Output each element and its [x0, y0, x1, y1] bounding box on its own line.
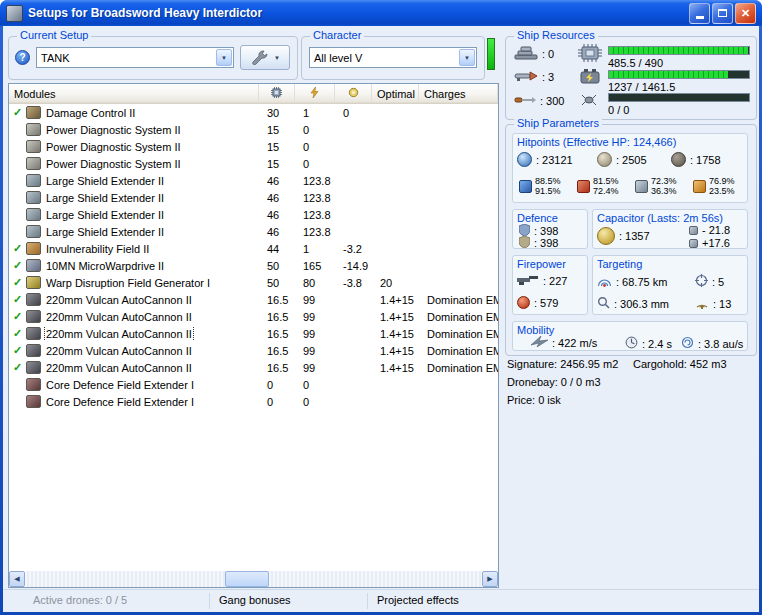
module-icon: [26, 157, 41, 170]
title-bar[interactable]: Setups for Broadsword Heavy Interdictor …: [0, 0, 762, 26]
cpu-icon: [271, 87, 282, 100]
close-button[interactable]: ✕: [735, 3, 756, 24]
table-row[interactable]: ✓Large Shield Extender II 46 123.8: [9, 189, 498, 206]
cpu-value: 46: [259, 226, 295, 238]
powergrid-column-header[interactable]: [295, 84, 335, 103]
scroll-right-button[interactable]: ▶: [482, 571, 498, 587]
setup-select-value: TANK: [37, 52, 216, 64]
table-row[interactable]: ✓Large Shield Extender II 46 123.8: [9, 223, 498, 240]
client-area: Current Setup ? TANK ▼ ▼ Character All l…: [3, 26, 759, 612]
armor-hp-value: : 2505: [616, 154, 647, 166]
cap-usage-icon: [689, 226, 698, 235]
charges-column-header[interactable]: Charges: [419, 84, 498, 103]
application-window: Setups for Broadsword Heavy Interdictor …: [0, 0, 762, 615]
module-name: Large Shield Extender II: [46, 175, 164, 187]
table-row[interactable]: ✓Large Shield Extender II 46 123.8: [9, 172, 498, 189]
cpu-column-header[interactable]: [259, 84, 295, 103]
table-row[interactable]: ✓Power Diagnostic System II 15 0: [9, 121, 498, 138]
cpu-value: 16.5: [259, 294, 295, 306]
minimize-button[interactable]: [689, 3, 710, 24]
kinetic-resist-icon: [635, 180, 648, 193]
table-row[interactable]: ✓220mm Vulcan AutoCannon II 16.5 99 1.4+…: [9, 308, 498, 325]
statusbar-divider: [367, 593, 368, 609]
optimal-column-header[interactable]: Optimal: [372, 84, 419, 103]
wrench-icon: [250, 49, 270, 67]
powergrid-value: 123.8: [295, 175, 335, 187]
dps-icon: [517, 296, 530, 309]
module-icon: [26, 327, 41, 340]
setup-select[interactable]: TANK ▼: [36, 47, 234, 68]
cpu-value: 16.5: [259, 311, 295, 323]
module-icon: [26, 259, 41, 272]
table-row[interactable]: ✓Core Defence Field Extender I 0 0: [9, 376, 498, 393]
powergrid-value: 123.8: [295, 209, 335, 221]
mobility-panel: Mobility : 422 m/s : 2.4 s : 3.8 au/s: [512, 321, 748, 351]
module-name: Power Diagnostic System II: [46, 158, 181, 170]
app-icon: [6, 5, 23, 22]
optimal-value: 1.4+15: [372, 311, 419, 323]
powergrid-value: 0: [295, 124, 335, 136]
table-row[interactable]: ✓Power Diagnostic System II 15 0: [9, 138, 498, 155]
module-icon: [26, 106, 41, 119]
capacitor-value: -3.8: [335, 277, 372, 289]
em-resist-icon: [519, 180, 532, 193]
clock-icon: [625, 336, 638, 351]
capacitor-usage: - 21.8: [689, 224, 730, 236]
cpu-bar: [608, 46, 750, 55]
table-row[interactable]: ✓220mm Vulcan AutoCannon II 16.5 99 1.4+…: [9, 342, 498, 359]
hitpoints-panel: Hitpoints (Effective HP: 124,466) : 2312…: [512, 133, 748, 203]
shield-icon: [517, 152, 532, 167]
calibration-icon: [514, 93, 536, 109]
modules-column-header[interactable]: Modules: [9, 84, 259, 103]
turret-hardpoints-value: : 0: [542, 48, 554, 60]
sensor-strength: : 13: [695, 296, 731, 311]
gang-bonuses-pane[interactable]: Gang bonuses: [219, 590, 291, 611]
statusbar-divider: [209, 593, 210, 609]
active-drones-pane[interactable]: Active drones: 0 / 5: [33, 590, 127, 611]
cpu-value: 30: [259, 107, 295, 119]
warp-spiral-icon: [681, 336, 694, 351]
character-select[interactable]: All level V ▼: [309, 47, 477, 68]
scrollbar-track[interactable]: [25, 571, 482, 587]
table-row-selected[interactable]: ✓220mm Vulcan AutoCannon II 16.5 99 1.4+…: [9, 325, 498, 342]
cargohold-value: Cargohold: 452 m3: [633, 358, 727, 370]
table-row[interactable]: ✓Power Diagnostic System II 15 0: [9, 155, 498, 172]
powergrid-value: 0: [295, 141, 335, 153]
horizontal-scrollbar[interactable]: ◀ ▶: [9, 571, 498, 587]
cpu-value: 15: [259, 158, 295, 170]
turret-hardpoints-icon: [514, 45, 538, 63]
projected-effects-pane[interactable]: Projected effects: [377, 590, 459, 611]
table-row[interactable]: ✓Damage Control II 30 1 0: [9, 104, 498, 121]
module-name: Power Diagnostic System II: [46, 124, 181, 136]
capacitor-column-header[interactable]: [335, 84, 372, 103]
table-row[interactable]: ✓Core Defence Field Extender I 0 0: [9, 393, 498, 410]
table-row[interactable]: ✓220mm Vulcan AutoCannon II 16.5 99 1.4+…: [9, 291, 498, 308]
scrollbar-thumb[interactable]: [225, 571, 269, 587]
powergrid-value: 99: [295, 362, 335, 374]
scan-resolution: : 306.3 mm: [597, 296, 669, 311]
chevron-down-icon: ▼: [274, 55, 280, 61]
help-icon[interactable]: ?: [15, 50, 30, 65]
maximize-button[interactable]: [712, 3, 733, 24]
module-name: Damage Control II: [46, 107, 135, 119]
table-row[interactable]: ✓Invulnerability Field II 44 1 -3.2: [9, 240, 498, 257]
setup-tools-button[interactable]: ▼: [240, 45, 290, 70]
powergrid-value: 0: [295, 379, 335, 391]
chevron-down-icon[interactable]: ▼: [459, 49, 475, 66]
table-row[interactable]: ✓220mm Vulcan AutoCannon II 16.5 99 1.4+…: [9, 359, 498, 376]
capacitor-recharge-text: +17.6: [702, 237, 730, 249]
module-icon: [26, 395, 41, 408]
window-title: Setups for Broadsword Heavy Interdictor: [28, 6, 689, 20]
active-check-icon: ✓: [13, 311, 26, 322]
charges-value: Domination EM: [419, 362, 498, 374]
capacitor-recharge: +17.6: [689, 237, 730, 249]
cap-recharge-icon: [689, 239, 698, 248]
defence-panel: Defence : 398 : 398: [512, 209, 588, 249]
chevron-down-icon[interactable]: ▼: [216, 49, 232, 66]
em-armor-resist: 91.5%: [535, 186, 561, 196]
charges-value: Domination EM: [419, 294, 498, 306]
table-row[interactable]: ✓10MN MicroWarpdrive II 50 165 -14.9: [9, 257, 498, 274]
scroll-left-button[interactable]: ◀: [9, 571, 25, 587]
table-row[interactable]: ✓Large Shield Extender II 46 123.8: [9, 206, 498, 223]
table-row[interactable]: ✓Warp Disruption Field Generator I 50 80…: [9, 274, 498, 291]
